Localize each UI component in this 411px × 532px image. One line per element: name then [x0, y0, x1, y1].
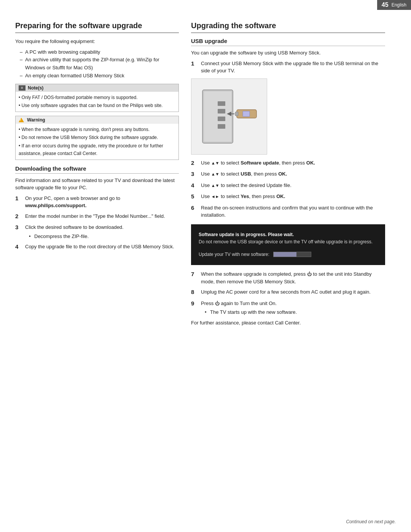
step-number: 2: [191, 159, 197, 168]
warning-icon: [19, 118, 24, 122]
requirements-list: A PC with web browsing capability An arc…: [20, 48, 179, 80]
usb-svg: [195, 82, 263, 151]
notes-box: ≡ Note(s) Only FAT / DOS-formatted porta…: [15, 84, 179, 112]
arrow-updown: [211, 182, 220, 188]
left-section-title: Preparing for the software upgrade: [15, 21, 179, 33]
svg-rect-1: [204, 91, 231, 142]
step-content: Click the desired software to be downloa…: [25, 224, 179, 240]
step-number: 3: [15, 223, 21, 240]
step-content: Use to select USB, then press OK.: [201, 170, 385, 179]
right-step-8: 8 Unplug the AC power cord for a few sec…: [191, 288, 385, 297]
step-number: 4: [191, 181, 197, 190]
step-2: 2 Enter the model number in the "Type th…: [15, 212, 179, 221]
right-step-9: 9 Press ⏻ again to Turn the unit On. The…: [191, 300, 385, 316]
downloading-section: Downloading the software Find informatio…: [15, 165, 179, 251]
continued-text: Continued on next page.: [346, 519, 396, 524]
right-step-6: 6 Read the on-screen instructions and co…: [191, 204, 385, 219]
step-text: Connect your USB Memory Stick with the u…: [201, 61, 378, 74]
power-icon: ⏻: [307, 271, 312, 278]
left-column: Preparing for the software upgrade You r…: [15, 21, 179, 329]
sub-bullet-list: The TV starts up with the new software.: [205, 308, 385, 316]
usb-image: [191, 78, 267, 155]
dark-box-bold: Software update is in progress. Please w…: [199, 232, 294, 237]
step-content: Use to select the desired Update file.: [201, 182, 385, 190]
step-number: 4: [15, 243, 21, 251]
step-content: Unplug the AC power cord for a few secon…: [201, 288, 385, 297]
downloading-title: Downloading the software: [15, 165, 179, 174]
note-item: Use only software upgrades that can be f…: [19, 102, 175, 109]
dark-box-line2: Do not remove the USB storage device or …: [199, 238, 378, 246]
right-step-2: 2 Use to select Software update, then pr…: [191, 159, 385, 168]
requirements-intro: You require the following equipment:: [15, 38, 179, 45]
sub-bullet-item: The TV starts up with the new software.: [205, 308, 385, 316]
bold-text: Yes: [241, 193, 249, 199]
step-number: 6: [191, 204, 197, 219]
step-1: 1 On your PC, open a web browser and go …: [15, 195, 179, 209]
page-number: 45: [382, 2, 389, 8]
step-3: 3 Click the desired software to be downl…: [15, 224, 179, 240]
notes-icon: ≡: [19, 85, 25, 91]
progress-bar-outer: [273, 252, 311, 257]
notes-body: Only FAT / DOS-formatted portable memory…: [16, 92, 178, 112]
usb-upgrade-intro: You can upgrade the software by using US…: [191, 49, 385, 57]
svg-rect-5: [218, 124, 225, 129]
right-section-title: Upgrading the software: [191, 21, 385, 33]
progress-label: Update your TV with new software:: [199, 251, 269, 258]
step-text: Click the desired software to be downloa…: [25, 224, 124, 230]
step-number: 1: [191, 59, 197, 75]
step-number: 9: [191, 299, 197, 316]
svg-rect-8: [235, 112, 238, 116]
step-number: 5: [191, 192, 197, 201]
list-item: An empty clean formatted USB Memory Stic…: [20, 72, 179, 80]
main-content: Preparing for the software upgrade You r…: [0, 0, 411, 352]
list-item: A PC with web browsing capability: [20, 48, 179, 56]
warning-item: Do not remove the USB Memory Stick durin…: [19, 134, 175, 141]
notes-title: Note(s): [28, 85, 43, 91]
warning-body: When the software upgrade is running, do…: [16, 124, 178, 160]
step-4: 4 Copy the upgrade file to the root dire…: [15, 243, 179, 251]
page-footer: Continued on next page.: [346, 519, 396, 524]
bold-text: USB: [241, 171, 251, 177]
arrow-leftright: [211, 193, 220, 199]
bold-text: Software update: [241, 160, 279, 166]
dark-box-line1: Software update is in progress. Please w…: [199, 231, 378, 238]
sub-bullet-list: Decompress the ZIP-file.: [29, 233, 179, 240]
right-step-3: 3 Use to select USB, then press OK.: [191, 170, 385, 179]
step-content: When the software upgrade is completed, …: [201, 270, 385, 285]
step-text: Enter the model number in the "Type the …: [25, 213, 165, 219]
header-bar: 45 English: [377, 0, 411, 10]
right-column: Upgrading the software USB upgrade You c…: [191, 21, 385, 329]
arrow-updown: [211, 160, 220, 166]
svg-rect-7: [243, 111, 250, 117]
step-number: 7: [191, 270, 197, 285]
notes-header: ≡ Note(s): [16, 84, 178, 92]
right-step-4: 4 Use to select the desired Update file.: [191, 182, 385, 190]
svg-rect-2: [218, 101, 225, 106]
right-step-1: 1 Connect your USB Memory Stick with the…: [191, 60, 385, 75]
right-step-5: 5 Use to select Yes, then press OK.: [191, 193, 385, 201]
step-content: Press ⏻ again to Turn the unit On. The T…: [201, 300, 385, 316]
svg-rect-4: [218, 117, 225, 121]
warning-item: When the software upgrade is running, do…: [19, 126, 175, 133]
philips-url[interactable]: www.philips.com/support.: [25, 203, 86, 208]
svg-rect-3: [218, 109, 225, 113]
step-number: 1: [15, 194, 21, 209]
downloading-intro: Find information and software related to…: [15, 177, 179, 192]
usb-upgrade-subtitle: USB upgrade: [191, 38, 385, 46]
bold-text: OK.: [278, 171, 287, 177]
arrow-updown: [211, 171, 220, 177]
step-number: 3: [191, 170, 197, 179]
warning-item: If an error occurs during the upgrade, r…: [19, 142, 175, 158]
progress-row: Update your TV with new software:: [199, 251, 378, 258]
power-icon: ⏻: [215, 300, 220, 307]
step-content: Connect your USB Memory Stick with the u…: [201, 60, 385, 75]
note-item: Only FAT / DOS-formatted portable memory…: [19, 94, 175, 101]
dark-box: Software update is in progress. Please w…: [191, 224, 385, 265]
step-content: On your PC, open a web browser and go to…: [25, 195, 179, 209]
right-step-7: 7 When the software upgrade is completed…: [191, 270, 385, 285]
warning-box: Warning When the software upgrade is run…: [15, 116, 179, 160]
language-label: English: [392, 2, 406, 8]
step-text: On your PC, open a web browser and go to: [25, 195, 120, 201]
warning-header: Warning: [16, 116, 178, 124]
step-content: Copy the upgrade file to the root direct…: [25, 243, 179, 251]
